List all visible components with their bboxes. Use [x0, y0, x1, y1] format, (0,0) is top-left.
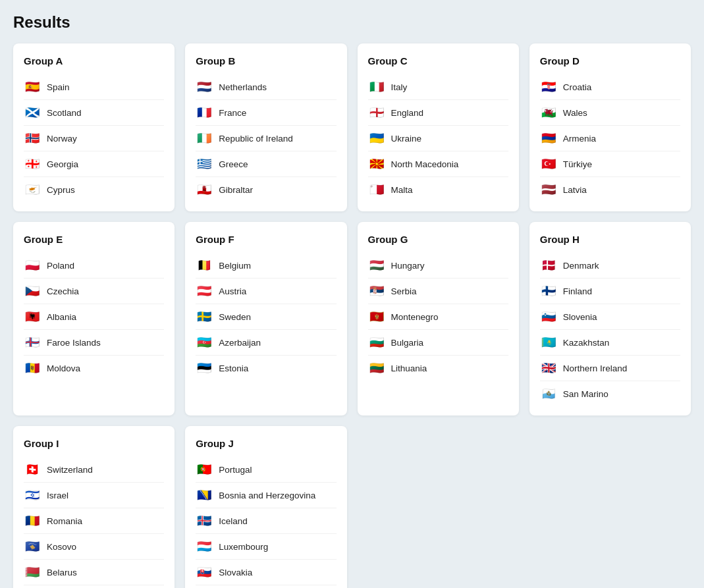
country-name: Poland	[47, 261, 74, 271]
country-flag-icon: 🇨🇿	[24, 282, 41, 300]
country-row: 🇫🇴Faroe Islands	[24, 330, 164, 356]
country-row: 🇸🇲San Marino	[540, 381, 680, 406]
country-row: 🏴󠁧󠁢󠁥󠁮󠁧󠁿England	[368, 100, 508, 126]
country-row: 🇲🇰North Macedonia	[368, 151, 508, 177]
country-flag-icon: 🏴󠁧󠁢󠁳󠁣󠁴󠁿	[24, 104, 41, 121]
country-name: Albania	[47, 312, 76, 322]
country-flag-icon: 🇵🇹	[196, 461, 213, 478]
country-row: 🇲🇹Malta	[368, 177, 508, 202]
country-name: Georgia	[47, 159, 78, 169]
group-g-card: Group G🇭🇺Hungary🇷🇸Serbia🇲🇪Montenegro🇧🇬Bu…	[358, 222, 519, 415]
group-a-title: Group A	[24, 55, 164, 67]
group-d-card: Group D🇭🇷Croatia🏴󠁧󠁢󠁷󠁬󠁳󠁿Wales🇦🇲Armenia🇹🇷T…	[529, 43, 691, 211]
country-flag-icon: 🇱🇺	[196, 538, 213, 555]
country-row: 🇱🇻Latvia	[540, 177, 680, 202]
country-row: 🇫🇮Finland	[540, 279, 680, 304]
country-flag-icon: 🇫🇴	[24, 334, 41, 351]
country-name: Estonia	[219, 363, 248, 373]
country-flag-icon: 🇦🇿	[196, 334, 213, 351]
country-row: 🇲🇪Montenegro	[368, 304, 508, 330]
country-flag-icon: 🇷🇴	[24, 512, 41, 529]
country-row: 🇰🇿Kazakhstan	[540, 330, 680, 356]
country-flag-icon: 🇧🇾	[24, 564, 41, 581]
group-f-title: Group F	[196, 234, 336, 245]
country-row: 🇩🇰Denmark	[540, 253, 680, 279]
country-flag-icon: 🇮🇱	[24, 487, 41, 504]
country-flag-icon: 🇱🇹	[368, 360, 385, 377]
country-flag-icon: 🇲🇰	[368, 155, 385, 173]
country-flag-icon: 🇲🇹	[368, 181, 385, 198]
country-name: Romania	[47, 516, 82, 526]
country-row: 🇸🇮Slovenia	[540, 304, 680, 330]
country-flag-icon: 🇮🇪	[196, 130, 213, 147]
group-c-card: Group C🇮🇹Italy🏴󠁧󠁢󠁥󠁮󠁧󠁿England🇺🇦Ukraine🇲🇰N…	[358, 43, 519, 211]
country-row: 🇷🇸Serbia	[368, 279, 508, 304]
country-name: Portugal	[219, 465, 252, 475]
country-name: Kosovo	[47, 542, 76, 552]
country-name: England	[391, 108, 424, 118]
country-row: 🇨🇭Switzerland	[24, 457, 164, 483]
country-row: 🇧🇦Bosnia and Herzegovina	[196, 483, 336, 508]
country-row: 🇮🇸Iceland	[196, 508, 336, 534]
country-row: 🇽🇰Kosovo	[24, 534, 164, 560]
country-flag-icon: 🇱🇻	[540, 181, 557, 198]
country-row: 🇮🇹Italy	[368, 74, 508, 100]
country-row: 🇱🇹Lithuania	[368, 356, 508, 381]
country-row: 🇦🇩Andorra	[24, 585, 164, 588]
country-row: 🇱🇮Liechtenstein	[196, 585, 336, 588]
country-name: Slovakia	[219, 568, 252, 577]
country-flag-icon: 🇮🇹	[368, 78, 385, 95]
country-row: 🏴󠁧󠁢󠁷󠁬󠁳󠁿Wales	[540, 100, 680, 126]
country-row: 🇮🇪Republic of Ireland	[196, 126, 336, 151]
country-flag-icon: 🏴󠁧󠁢󠁷󠁬󠁳󠁿	[540, 104, 557, 121]
country-name: Finland	[563, 286, 592, 296]
country-flag-icon: 🇸🇲	[540, 385, 557, 402]
country-row: 🇨🇾Cyprus	[24, 177, 164, 202]
country-flag-icon: 🇨🇾	[24, 181, 41, 198]
country-flag-icon: 🇲🇩	[24, 360, 41, 377]
country-flag-icon: 🇷🇸	[368, 282, 385, 300]
country-flag-icon: 🇰🇿	[540, 334, 557, 351]
country-name: Türkiye	[563, 159, 592, 169]
country-flag-icon: 🇬🇷	[196, 155, 213, 173]
group-j-card: Group J🇵🇹Portugal🇧🇦Bosnia and Herzegovin…	[185, 426, 346, 588]
country-name: Spain	[47, 82, 70, 92]
country-name: Italy	[391, 82, 408, 92]
country-name: Croatia	[563, 82, 592, 92]
country-name: Serbia	[391, 286, 417, 296]
group-c-title: Group C	[368, 55, 508, 67]
country-flag-icon: 🇲🇪	[368, 308, 385, 325]
country-row: 🇲🇩Moldova	[24, 356, 164, 381]
country-flag-icon: 🇸🇮	[540, 308, 557, 325]
country-row: 🇺🇦Ukraine	[368, 126, 508, 151]
group-b-card: Group B🇳🇱Netherlands🇫🇷France🇮🇪Republic o…	[185, 43, 346, 211]
country-name: Belarus	[47, 568, 77, 577]
country-name: Ukraine	[391, 134, 422, 144]
country-name: Czechia	[47, 286, 79, 296]
country-name: Moldova	[47, 363, 80, 373]
country-row: 🏴󠁧󠁢󠁳󠁣󠁴󠁿Scotland	[24, 100, 164, 126]
country-row: 🇷🇴Romania	[24, 508, 164, 534]
country-flag-icon: 🏴󠁧󠁢󠁥󠁮󠁧󠁿	[368, 104, 385, 121]
country-row: 🇦🇱Albania	[24, 304, 164, 330]
country-flag-icon: 🇨🇭	[24, 461, 41, 478]
country-name: Luxembourg	[219, 542, 268, 552]
country-row: 🇵🇹Portugal	[196, 457, 336, 483]
group-h-title: Group H	[540, 234, 680, 245]
country-row: 🇸🇪Sweden	[196, 304, 336, 330]
country-flag-icon: 🇽🇰	[24, 538, 41, 555]
country-name: Wales	[563, 108, 587, 118]
country-flag-icon: 🇳🇴	[24, 130, 41, 147]
country-name: Denmark	[563, 261, 599, 271]
country-row: 🇧🇬Bulgaria	[368, 330, 508, 356]
group-e-card: Group E🇵🇱Poland🇨🇿Czechia🇦🇱Albania🇫🇴Faroe…	[13, 222, 175, 415]
country-row: 🇫🇷France	[196, 100, 336, 126]
country-row: 🇧🇪Belgium	[196, 253, 336, 279]
country-name: Kazakhstan	[563, 338, 610, 348]
country-name: Montenegro	[391, 312, 439, 322]
country-row: 🇪🇸Spain	[24, 74, 164, 100]
country-row: 🇱🇺Luxembourg	[196, 534, 336, 560]
country-name: Belgium	[219, 261, 251, 271]
country-flag-icon: 🇭🇷	[540, 78, 557, 95]
country-row: 🇦🇲Armenia	[540, 126, 680, 151]
